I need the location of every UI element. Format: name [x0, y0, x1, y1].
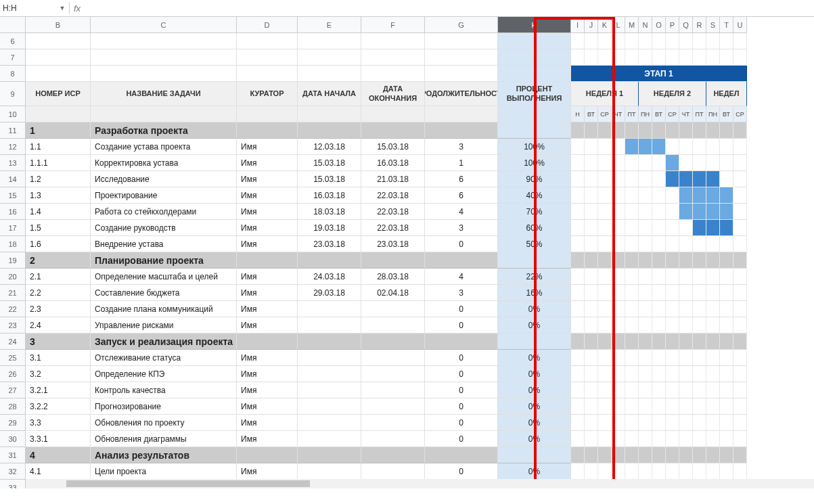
gantt-cell[interactable]: [652, 334, 666, 350]
gantt-cell[interactable]: [733, 269, 747, 285]
gantt-cell[interactable]: [639, 220, 652, 236]
data-cell[interactable]: Имя: [237, 204, 298, 220]
data-cell[interactable]: 0: [425, 301, 498, 317]
gantt-cell[interactable]: [679, 285, 693, 301]
gantt-cell[interactable]: [612, 463, 625, 480]
gantt-cell[interactable]: [666, 155, 679, 171]
data-cell[interactable]: 0: [425, 415, 498, 431]
gantt-cell[interactable]: [612, 398, 625, 415]
data-cell[interactable]: 0: [425, 398, 498, 415]
gantt-cell[interactable]: [733, 139, 747, 155]
gantt-cell[interactable]: [652, 122, 666, 139]
gantt-cell[interactable]: [720, 285, 733, 301]
gantt-cell[interactable]: [666, 415, 679, 431]
gantt-cell[interactable]: [585, 122, 598, 139]
gantt-cell[interactable]: [571, 447, 585, 463]
gantt-cell[interactable]: [585, 317, 598, 334]
gantt-cell[interactable]: [720, 220, 733, 236]
header-cell[interactable]: [361, 106, 425, 122]
gantt-cell[interactable]: [571, 33, 585, 49]
data-cell[interactable]: 22.03.18: [361, 204, 425, 220]
data-cell[interactable]: Составление бюджета: [91, 285, 237, 301]
column-header-T[interactable]: T: [720, 17, 733, 32]
data-cell[interactable]: 24.03.18: [298, 269, 361, 285]
gantt-cell[interactable]: [666, 334, 679, 350]
data-cell[interactable]: 4: [425, 269, 498, 285]
gantt-cell[interactable]: [625, 49, 639, 66]
gantt-cell[interactable]: [706, 463, 720, 480]
gantt-cell[interactable]: [652, 171, 666, 187]
section-cell[interactable]: [425, 334, 498, 350]
section-cell[interactable]: Запуск и реализация проекта: [91, 334, 237, 350]
data-cell[interactable]: 3.2: [26, 366, 91, 382]
gantt-cell[interactable]: [639, 187, 652, 204]
header-cell[interactable]: [498, 106, 571, 122]
cell[interactable]: [26, 33, 91, 49]
gantt-cell[interactable]: [679, 204, 693, 220]
row-header-16[interactable]: 16: [0, 204, 25, 220]
cell[interactable]: [298, 49, 361, 66]
gantt-cell[interactable]: [733, 285, 747, 301]
gantt-cell[interactable]: [639, 139, 652, 155]
gantt-cell[interactable]: [733, 350, 747, 366]
data-cell[interactable]: 22.03.18: [361, 220, 425, 236]
data-cell[interactable]: [298, 398, 361, 415]
gantt-cell[interactable]: [639, 252, 652, 269]
data-cell[interactable]: 3.2.1: [26, 382, 91, 398]
gantt-cell[interactable]: [720, 382, 733, 398]
gantt-cell[interactable]: [652, 204, 666, 220]
row-23[interactable]: 2.4Управление рискамиИмя00%: [26, 317, 814, 334]
data-cell[interactable]: Цели проекта: [91, 463, 237, 480]
gantt-cell[interactable]: [679, 236, 693, 252]
row-header-20[interactable]: 20: [0, 269, 25, 285]
gantt-cell[interactable]: [706, 49, 720, 66]
row-22[interactable]: 2.3Создание плана коммуникацийИмя00%: [26, 301, 814, 317]
gantt-cell[interactable]: [639, 122, 652, 139]
data-cell[interactable]: Имя: [237, 139, 298, 155]
row-header-33[interactable]: 33: [0, 480, 25, 488]
gantt-cell[interactable]: [733, 49, 747, 66]
data-cell[interactable]: Обновления диаграммы: [91, 431, 237, 447]
gantt-cell[interactable]: [598, 122, 612, 139]
gantt-cell[interactable]: [733, 155, 747, 171]
row-12[interactable]: 1.1Создание устава проектаИмя12.03.1815.…: [26, 139, 814, 155]
data-cell[interactable]: [298, 317, 361, 334]
header-cell[interactable]: ПРОЦЕНТ ВЫПОЛНЕНИЯ: [498, 82, 571, 106]
gantt-cell[interactable]: [652, 463, 666, 480]
gantt-cell[interactable]: [733, 317, 747, 334]
gantt-cell[interactable]: [720, 366, 733, 382]
cell[interactable]: [298, 33, 361, 49]
gantt-cell[interactable]: [706, 301, 720, 317]
column-header-B[interactable]: B: [26, 17, 91, 32]
data-cell[interactable]: 1.3: [26, 187, 91, 204]
row-header-13[interactable]: 13: [0, 155, 25, 171]
cell[interactable]: [237, 49, 298, 66]
gantt-cell[interactable]: [652, 301, 666, 317]
gantt-cell[interactable]: [693, 431, 706, 447]
gantt-cell[interactable]: [612, 447, 625, 463]
gantt-cell[interactable]: [612, 155, 625, 171]
data-cell[interactable]: Контроль качества: [91, 382, 237, 398]
gantt-cell[interactable]: [652, 49, 666, 66]
data-cell[interactable]: 19.03.18: [298, 220, 361, 236]
cell[interactable]: [91, 66, 237, 82]
gantt-cell[interactable]: [571, 285, 585, 301]
row-header-18[interactable]: 18: [0, 236, 25, 252]
gantt-cell[interactable]: [612, 122, 625, 139]
gantt-cell[interactable]: [733, 447, 747, 463]
data-cell[interactable]: 18.03.18: [298, 204, 361, 220]
gantt-cell[interactable]: [639, 269, 652, 285]
row-20[interactable]: 2.1Определение масштаба и целейИмя24.03.…: [26, 269, 814, 285]
cell[interactable]: [425, 49, 498, 66]
gantt-cell[interactable]: [598, 415, 612, 431]
gantt-cell[interactable]: [652, 252, 666, 269]
data-cell[interactable]: 0%: [498, 382, 571, 398]
gantt-cell[interactable]: [639, 33, 652, 49]
gantt-cell[interactable]: [733, 431, 747, 447]
gantt-cell[interactable]: [733, 220, 747, 236]
gantt-cell[interactable]: [706, 220, 720, 236]
section-cell[interactable]: Планирование проекта: [91, 252, 237, 269]
column-header-K[interactable]: K: [598, 17, 612, 32]
gantt-cell[interactable]: [585, 220, 598, 236]
gantt-cell[interactable]: [598, 33, 612, 49]
